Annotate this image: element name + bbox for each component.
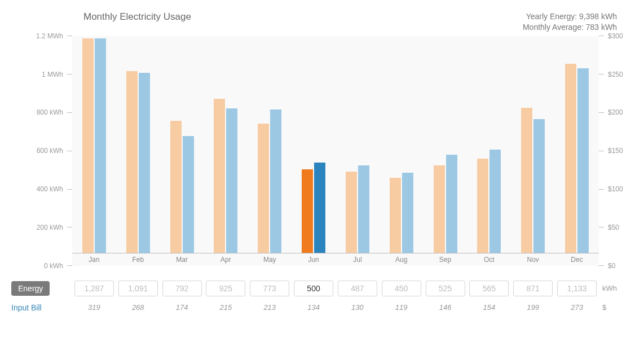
month-col-jun — [292, 36, 336, 253]
month-col-feb — [116, 36, 160, 253]
y-right-tick-label: $250 — [608, 71, 623, 78]
energy-input-aug[interactable] — [382, 281, 421, 296]
bar-estimate[interactable] — [446, 155, 457, 253]
energy-input-oct[interactable] — [469, 281, 509, 296]
bar-energy[interactable] — [126, 71, 138, 253]
bar-estimate[interactable] — [270, 110, 281, 253]
y-left-tick-label: 400 kWh — [37, 185, 63, 193]
y-left-tick-label: 600 kWh — [37, 147, 63, 155]
bar-estimate[interactable] — [314, 163, 325, 253]
month-col-oct — [467, 36, 511, 253]
energy-input-jun[interactable] — [294, 281, 333, 296]
bar-estimate[interactable] — [95, 38, 106, 253]
yearly-energy: Yearly Energy: 9,398 kWh — [523, 11, 617, 22]
chart: 1.2 MWh1 MWh800 kWh600 kWh400 kWh200 kWh… — [10, 36, 634, 266]
y-left-tick-label: 1 MWh — [42, 71, 63, 78]
y-right-tick-label: $300 — [608, 32, 623, 40]
bar-estimate[interactable] — [226, 108, 237, 253]
energy-input-feb[interactable] — [118, 281, 158, 296]
energy-input-jan[interactable] — [74, 281, 114, 296]
bar-estimate[interactable] — [489, 150, 501, 253]
bar-energy[interactable] — [434, 165, 445, 253]
x-label: Feb — [116, 253, 160, 266]
x-label: Oct — [467, 253, 511, 266]
bill-value: 319 — [88, 303, 100, 312]
energy-row: Energy kWh — [10, 281, 634, 296]
bill-value: 199 — [527, 303, 539, 312]
energy-input-jul[interactable] — [338, 281, 377, 296]
x-label: May — [248, 253, 292, 266]
x-label: Dec — [555, 253, 599, 266]
bill-value: 273 — [571, 303, 583, 312]
chart-title: Monthly Electricity Usage — [83, 11, 191, 23]
x-label: Jun — [292, 253, 336, 266]
energy-input-may[interactable] — [250, 281, 289, 296]
bar-energy[interactable] — [302, 169, 313, 253]
y-right-tick-label: $100 — [608, 185, 623, 193]
month-col-jul — [336, 36, 380, 253]
monthly-average: Monthly Average: 783 kWh — [523, 22, 617, 33]
bill-value: 174 — [176, 303, 188, 312]
y-left-tick-label: 200 kWh — [37, 224, 63, 231]
bar-energy[interactable] — [477, 159, 488, 253]
bill-unit: $ — [599, 303, 634, 312]
month-col-sep — [424, 36, 467, 253]
energy-toggle[interactable]: Energy — [11, 281, 50, 296]
y-right-tick-label: $200 — [608, 108, 623, 116]
bar-energy[interactable] — [565, 64, 576, 253]
energy-input-mar[interactable] — [162, 281, 202, 296]
y-axis-left: 1.2 MWh1 MWh800 kWh600 kWh400 kWh200 kWh… — [10, 36, 72, 266]
month-col-dec — [555, 36, 599, 253]
bar-estimate[interactable] — [577, 68, 589, 252]
y-left-tick-label: 800 kWh — [37, 108, 63, 116]
month-col-nov — [511, 36, 555, 253]
y-right-tick-label: $150 — [608, 147, 623, 155]
y-right-tick-label: $0 — [608, 262, 615, 270]
plot-area: JanFebMarAprMayJunJulAugSepOctNovDec — [72, 36, 599, 266]
bar-estimate[interactable] — [402, 173, 413, 253]
bar-energy[interactable] — [214, 99, 225, 253]
x-axis: JanFebMarAprMayJunJulAugSepOctNovDec — [72, 253, 599, 266]
bill-value: 154 — [483, 303, 496, 312]
energy-input-nov[interactable] — [513, 281, 553, 296]
bar-estimate[interactable] — [139, 73, 150, 253]
bill-value: 119 — [395, 303, 408, 312]
bar-estimate[interactable] — [183, 136, 194, 253]
energy-input-dec[interactable] — [557, 281, 597, 296]
bill-value: 268 — [132, 303, 144, 312]
input-bill-link[interactable]: Input Bill — [11, 303, 42, 312]
x-label: Jul — [336, 253, 380, 266]
bill-value: 134 — [307, 303, 320, 312]
x-label: Mar — [160, 253, 204, 266]
bar-estimate[interactable] — [358, 165, 369, 253]
bill-row: Input Bill 31926817421521313413011914615… — [10, 303, 634, 312]
chart-summary: Yearly Energy: 9,398 kWh Monthly Average… — [523, 11, 617, 33]
month-col-may — [248, 36, 292, 253]
month-col-apr — [204, 36, 248, 253]
month-col-mar — [160, 36, 204, 253]
y-right-tick-label: $50 — [608, 224, 619, 231]
bar-estimate[interactable] — [533, 119, 545, 252]
x-label: Apr — [204, 253, 248, 266]
bar-energy[interactable] — [390, 178, 401, 253]
x-label: Jan — [72, 253, 116, 266]
x-label: Sep — [424, 253, 467, 266]
bill-value: 130 — [351, 303, 364, 312]
chart-header: Monthly Electricity Usage Yearly Energy:… — [10, 11, 634, 33]
bar-energy[interactable] — [258, 124, 269, 252]
bar-energy[interactable] — [346, 172, 357, 253]
bar-energy[interactable] — [521, 108, 532, 253]
bar-energy[interactable] — [170, 121, 182, 253]
x-label: Nov — [511, 253, 555, 266]
bill-value: 213 — [263, 303, 276, 312]
bill-value: 146 — [439, 303, 452, 312]
energy-input-sep[interactable] — [426, 281, 465, 296]
energy-input-apr[interactable] — [206, 281, 245, 296]
energy-unit: kWh — [599, 284, 634, 292]
bill-value: 215 — [220, 303, 232, 312]
y-axis-right: $300$250$200$150$100$50$0 — [599, 36, 634, 266]
month-col-jan — [72, 36, 116, 253]
y-left-tick-label: 1.2 MWh — [36, 32, 63, 40]
y-left-tick-label: 0 kWh — [44, 262, 63, 270]
bar-energy[interactable] — [82, 38, 94, 253]
